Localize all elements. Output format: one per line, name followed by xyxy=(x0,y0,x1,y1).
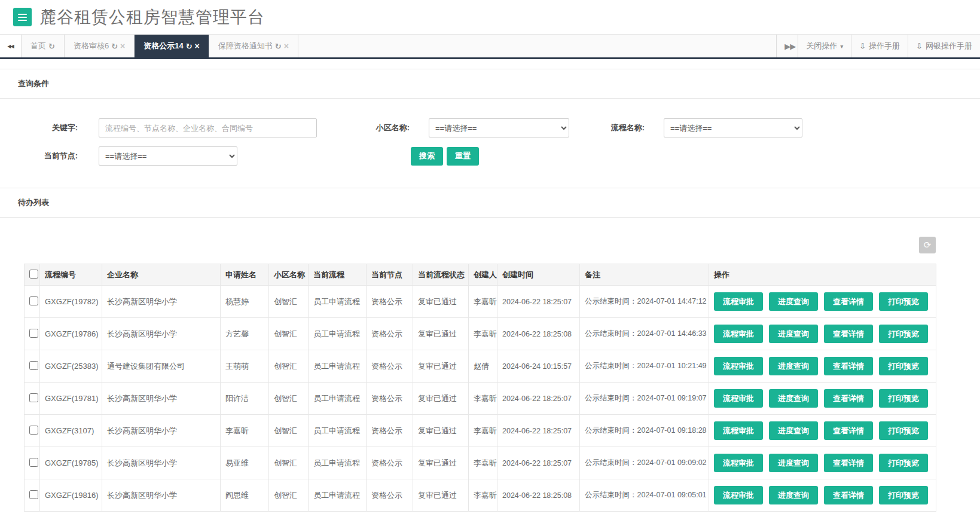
row-action-button[interactable]: 打印预览 xyxy=(879,325,928,343)
cell-company-name: 长沙高新区明华小学 xyxy=(102,447,221,479)
row-action-button[interactable]: 打印预览 xyxy=(879,389,928,408)
cell-community-name: 创智汇 xyxy=(269,383,309,415)
column-header: 流程编号 xyxy=(40,264,102,286)
cell-flow-number: GXGZF(3107) xyxy=(40,415,102,447)
cell-current-node: 资格公示 xyxy=(367,286,413,318)
row-action-button[interactable]: 打印预览 xyxy=(879,357,928,375)
operation-manual-button[interactable]: ⇩ 操作手册 xyxy=(851,35,908,57)
row-action-button[interactable]: 查看详情 xyxy=(824,357,873,375)
todo-table-body: GXGZF(19782) 长沙高新区明华小学 杨慧婷 创智汇 员工申请流程 资格… xyxy=(25,286,936,512)
cell-creator: 李嘉昕 xyxy=(469,447,497,479)
row-action-button[interactable]: 查看详情 xyxy=(824,325,873,343)
tab-refresh-icon[interactable]: ↻ xyxy=(275,42,282,51)
tab-qualification-publicity[interactable]: 资格公示14↻× xyxy=(135,35,209,57)
search-button[interactable]: 搜索 xyxy=(411,147,443,166)
tab-close-icon[interactable]: × xyxy=(120,41,125,51)
row-action-button[interactable]: 查看详情 xyxy=(824,454,873,472)
current-node-select[interactable]: ==请选择== xyxy=(99,146,237,166)
tab-refresh-icon[interactable]: ↻ xyxy=(48,42,55,51)
row-checkbox[interactable] xyxy=(29,361,38,370)
row-actions: 流程审批进度查询查看详情打印预览 xyxy=(714,357,931,375)
column-header: 申请姓名 xyxy=(221,264,269,286)
tab-close-icon[interactable]: × xyxy=(284,41,289,51)
row-action-button[interactable]: 流程审批 xyxy=(714,486,763,504)
bank-operation-manual-button[interactable]: ⇩ 网银操作手册 xyxy=(908,35,980,57)
row-action-button[interactable]: 打印预览 xyxy=(879,421,928,440)
close-operations-button[interactable]: 关闭操作 ▾ xyxy=(798,35,851,57)
row-action-button[interactable]: 查看详情 xyxy=(824,389,873,408)
row-action-button[interactable]: 进度查询 xyxy=(769,357,818,375)
row-action-button[interactable]: 打印预览 xyxy=(879,292,928,311)
row-actions: 流程审批进度查询查看详情打印预览 xyxy=(714,325,931,343)
cell-creator: 李嘉昕 xyxy=(469,415,497,447)
tab-qualification-review[interactable]: 资格审核6↻× xyxy=(65,35,135,57)
row-action-button[interactable]: 进度查询 xyxy=(769,292,818,311)
row-action-button[interactable]: 进度查询 xyxy=(769,389,818,408)
row-checkbox[interactable] xyxy=(29,393,38,402)
tab-close-icon[interactable]: × xyxy=(195,41,200,51)
cell-company-name: 长沙高新区明华小学 xyxy=(102,286,221,318)
todo-table: 流程编号企业名称申请姓名小区名称当前流程当前节点当前流程状态创建人创建时间备注操… xyxy=(24,264,936,512)
row-actions: 流程审批进度查询查看详情打印预览 xyxy=(714,454,931,472)
row-action-button[interactable]: 查看详情 xyxy=(824,486,873,504)
tab-home[interactable]: 首页↻ xyxy=(22,35,65,57)
row-action-button[interactable]: 查看详情 xyxy=(824,421,873,440)
cell-applicant-name: 阳许洁 xyxy=(221,383,269,415)
column-header: 当前节点 xyxy=(367,264,413,286)
cell-created-time: 2024-06-22 18:25:07 xyxy=(497,415,580,447)
row-checkbox[interactable] xyxy=(29,490,38,499)
row-action-button[interactable]: 打印预览 xyxy=(879,454,928,472)
scroll-tabs-right-button[interactable]: ▶▶ xyxy=(776,35,798,57)
reset-button[interactable]: 重置 xyxy=(447,147,479,166)
row-checkbox[interactable] xyxy=(29,426,38,435)
query-panel: 查询条件 关键字: 小区名称: ==请选择== 流程名称: ==请选择== xyxy=(0,69,980,166)
row-actions: 流程审批进度查询查看详情打印预览 xyxy=(714,486,931,504)
keyword-label: 关键字: xyxy=(0,123,78,133)
tab-label: 保障资格通知书 xyxy=(218,41,273,51)
row-action-button[interactable]: 流程审批 xyxy=(714,292,763,311)
tab-guarantee-qualification-notice[interactable]: 保障资格通知书↻× xyxy=(209,35,298,57)
cell-current-process: 员工申请流程 xyxy=(309,383,367,415)
row-action-button[interactable]: 查看详情 xyxy=(824,292,873,311)
row-checkbox[interactable] xyxy=(29,296,38,305)
cell-flow-number: GXGZF(19782) xyxy=(40,286,102,318)
cell-creator: 李嘉昕 xyxy=(469,318,497,350)
scroll-tabs-left-button[interactable]: ◀◀ xyxy=(0,35,22,57)
row-action-button[interactable]: 流程审批 xyxy=(714,421,763,440)
cell-checkbox xyxy=(25,383,40,415)
close-operations-label: 关闭操作 xyxy=(806,41,837,51)
cell-created-time: 2024-06-22 18:25:07 xyxy=(497,447,580,479)
row-action-button[interactable]: 打印预览 xyxy=(879,486,928,504)
cell-applicant-name: 王萌萌 xyxy=(221,350,269,383)
cell-creator: 李嘉昕 xyxy=(469,479,497,512)
app-header: 麓谷租赁公租房智慧管理平台 xyxy=(0,0,980,34)
community-select[interactable]: ==请选择== xyxy=(429,118,569,137)
row-action-button[interactable]: 流程审批 xyxy=(714,389,763,408)
row-checkbox[interactable] xyxy=(29,458,38,467)
row-action-button[interactable]: 流程审批 xyxy=(714,454,763,472)
keyword-input[interactable] xyxy=(99,118,317,137)
row-action-button[interactable]: 进度查询 xyxy=(769,486,818,504)
row-action-button[interactable]: 流程审批 xyxy=(714,325,763,343)
cell-process-status: 复审已通过 xyxy=(413,318,469,350)
row-action-button[interactable]: 进度查询 xyxy=(769,325,818,343)
tab-label: 首页 xyxy=(30,41,46,51)
row-action-button[interactable]: 进度查询 xyxy=(769,421,818,440)
row-action-button[interactable]: 进度查询 xyxy=(769,454,818,472)
tab-refresh-icon[interactable]: ↻ xyxy=(186,42,193,51)
process-name-select[interactable]: ==请选择== xyxy=(664,118,802,137)
double-right-chevron-icon: ▶▶ xyxy=(784,42,795,51)
process-name-label: 流程名称: xyxy=(607,123,645,133)
menu-toggle-button[interactable] xyxy=(13,8,32,26)
row-action-button[interactable]: 流程审批 xyxy=(714,357,763,375)
tab-refresh-icon[interactable]: ↻ xyxy=(111,42,118,51)
select-all-checkbox[interactable] xyxy=(29,270,38,279)
cell-current-process: 员工申请流程 xyxy=(309,318,367,350)
row-checkbox[interactable] xyxy=(29,329,38,338)
tabs: 首页↻资格审核6↻×资格公示14↻×保障资格通知书↻× xyxy=(22,35,298,57)
cell-actions: 流程审批进度查询查看详情打印预览 xyxy=(709,415,936,447)
query-form: 关键字: 小区名称: ==请选择== 流程名称: ==请选择== 当前节点: = xyxy=(0,99,980,166)
cell-process-status: 复审已通过 xyxy=(413,479,469,512)
cell-current-process: 员工申请流程 xyxy=(309,415,367,447)
refresh-table-button[interactable]: ⟳ xyxy=(919,237,936,253)
